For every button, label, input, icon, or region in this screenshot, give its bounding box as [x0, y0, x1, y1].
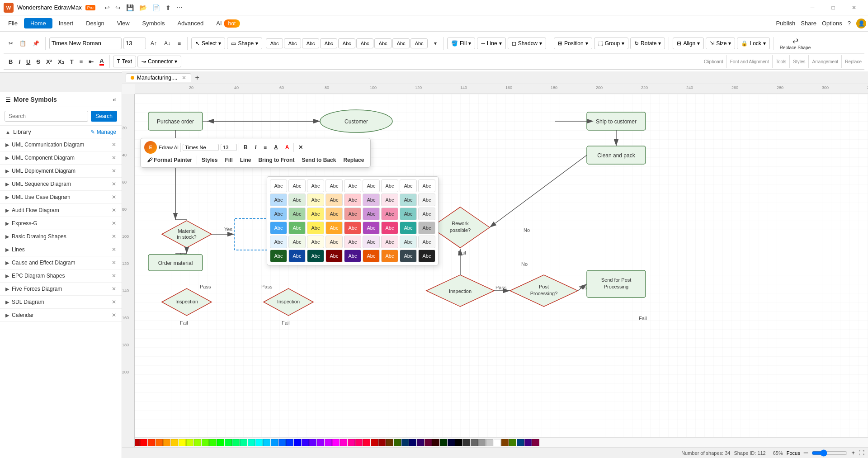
- font-grow-button[interactable]: A↑: [148, 39, 160, 48]
- sp-2-6[interactable]: Abc: [363, 194, 380, 206]
- zoom-slider[interactable]: [811, 449, 848, 457]
- style-swatch-9[interactable]: Abc: [410, 38, 428, 48]
- replace-shape-button[interactable]: ⇄ Replace Shape: [778, 35, 813, 51]
- menu-design[interactable]: Design: [80, 18, 110, 28]
- sidebar-collapse-button[interactable]: «: [113, 96, 116, 103]
- text-type-button[interactable]: T: [68, 57, 76, 66]
- share-upload-button[interactable]: ⬆: [164, 3, 173, 12]
- style-swatch-4[interactable]: Abc: [320, 38, 337, 48]
- sidebar-item-9[interactable]: ▶ Cause and Effect Diagram ✕: [0, 256, 122, 269]
- sp-5-1[interactable]: Abc: [270, 236, 287, 248]
- italic-button[interactable]: I: [16, 57, 23, 66]
- sp-6-8[interactable]: Abc: [400, 250, 417, 262]
- underline-button[interactable]: U: [24, 57, 33, 66]
- color-swatch-38[interactable]: [425, 439, 432, 446]
- color-swatch-42[interactable]: [455, 439, 462, 446]
- sp-3-5[interactable]: Abc: [344, 208, 361, 220]
- sidebar-x-3[interactable]: ✕: [112, 181, 116, 187]
- superscript-button[interactable]: X²: [44, 57, 54, 66]
- font-shrink-button[interactable]: A↓: [161, 39, 173, 48]
- color-swatch-33[interactable]: [386, 439, 393, 446]
- color-swatch-24[interactable]: [317, 439, 324, 446]
- sp-3-6[interactable]: Abc: [363, 208, 380, 220]
- sp-4-2[interactable]: Abc: [288, 222, 306, 234]
- text-align-button[interactable]: ≡: [175, 39, 184, 48]
- sp-6-4[interactable]: Abc: [326, 250, 343, 262]
- sidebar-item-2[interactable]: ▶ UML Deployment Diagram ✕: [0, 165, 122, 178]
- color-swatch-23[interactable]: [309, 439, 316, 446]
- ft-format-painter-button[interactable]: 🖌 Format Painter: [144, 156, 195, 165]
- sidebar-item-6[interactable]: ▶ Express-G ✕: [0, 217, 122, 230]
- color-swatch-3[interactable]: [156, 439, 163, 446]
- zoom-out-button[interactable]: ─: [804, 449, 808, 456]
- sp-1-2[interactable]: Abc: [288, 179, 306, 192]
- copy-button[interactable]: 📋: [17, 39, 28, 48]
- color-swatch-18[interactable]: [271, 439, 278, 446]
- shadow-button[interactable]: ◻Shadow▾: [508, 38, 546, 49]
- color-swatch-5[interactable]: [171, 439, 178, 446]
- color-swatch-51[interactable]: [524, 439, 532, 446]
- color-swatch-43[interactable]: [463, 439, 470, 446]
- color-swatch-7[interactable]: [186, 439, 193, 446]
- outdent-button[interactable]: ⇤: [86, 57, 96, 66]
- color-swatch-34[interactable]: [394, 439, 401, 446]
- sidebar-x-13[interactable]: ✕: [112, 312, 116, 318]
- color-swatch-49[interactable]: [509, 439, 516, 446]
- options-button[interactable]: Options: [822, 20, 842, 27]
- ft-color-button[interactable]: A: [283, 143, 292, 152]
- sidebar-item-8[interactable]: ▶ Lines ✕: [0, 243, 122, 256]
- color-swatch-13[interactable]: [232, 439, 240, 446]
- color-swatch-50[interactable]: [517, 439, 524, 446]
- ft-line-button[interactable]: Line: [237, 156, 254, 165]
- size-button[interactable]: ⇲Size▾: [706, 38, 735, 49]
- line-button[interactable]: ─Line▾: [477, 38, 505, 49]
- menu-home[interactable]: Home: [24, 18, 52, 28]
- sidebar-x-8[interactable]: ✕: [112, 246, 116, 253]
- color-swatch-28[interactable]: [348, 439, 355, 446]
- paste-button[interactable]: 📌: [30, 39, 42, 48]
- style-swatch-8[interactable]: Abc: [392, 38, 410, 48]
- sp-2-8[interactable]: Abc: [400, 194, 417, 206]
- sidebar-x-0[interactable]: ✕: [112, 142, 116, 148]
- color-swatch-30[interactable]: [363, 439, 370, 446]
- sp-5-6[interactable]: Abc: [363, 236, 380, 248]
- ft-fill-button[interactable]: Fill: [222, 156, 235, 165]
- sidebar-x-12[interactable]: ✕: [112, 299, 116, 305]
- color-swatch-9[interactable]: [202, 439, 209, 446]
- color-swatch-39[interactable]: [432, 439, 439, 446]
- style-swatch-3[interactable]: Abc: [302, 38, 319, 48]
- help-button[interactable]: ?: [848, 20, 851, 27]
- color-swatch-29[interactable]: [355, 439, 363, 446]
- share-button[interactable]: Share: [801, 20, 816, 27]
- sidebar-item-10[interactable]: ▶ EPC Diagram Shapes ✕: [0, 269, 122, 283]
- strikethrough-button[interactable]: S: [34, 57, 42, 66]
- manage-link[interactable]: ✎ Manage: [90, 129, 116, 135]
- ft-send-back-button[interactable]: Send to Back: [299, 156, 339, 165]
- ft-bring-front-button[interactable]: Bring to Front: [255, 156, 297, 165]
- sp-5-5[interactable]: Abc: [344, 236, 361, 248]
- maximize-button[interactable]: □: [823, 0, 844, 15]
- sp-3-8[interactable]: Abc: [400, 208, 417, 220]
- tab-manufacturing[interactable]: Manufacturing.... ✕: [126, 73, 191, 82]
- color-swatch-21[interactable]: [294, 439, 301, 446]
- sp-3-7[interactable]: Abc: [381, 208, 398, 220]
- sidebar-x-4[interactable]: ✕: [112, 194, 116, 200]
- sidebar-item-4[interactable]: ▶ UML Use Case Diagram ✕: [0, 191, 122, 204]
- sp-2-1[interactable]: Abc: [270, 194, 287, 206]
- sp-6-1[interactable]: Abc: [270, 250, 287, 262]
- publish-button[interactable]: Publish: [776, 20, 796, 27]
- styles-expand-button[interactable]: ▾: [431, 39, 439, 48]
- group-button[interactable]: ⬚Group▾: [594, 38, 628, 49]
- search-input[interactable]: [5, 111, 88, 122]
- sp-1-9[interactable]: Abc: [418, 179, 435, 192]
- style-swatch-5[interactable]: Abc: [338, 38, 355, 48]
- sp-4-1[interactable]: Abc: [270, 222, 287, 234]
- sp-3-9[interactable]: Abc: [418, 208, 435, 220]
- ft-close-button[interactable]: ✕: [296, 143, 306, 152]
- sidebar-item-1[interactable]: ▶ UML Component Diagram ✕: [0, 151, 122, 165]
- tab-close-icon[interactable]: ✕: [182, 75, 186, 81]
- sp-1-5[interactable]: Abc: [344, 179, 361, 192]
- menu-advanced[interactable]: Advanced: [171, 18, 210, 28]
- color-swatch-14[interactable]: [240, 439, 247, 446]
- color-swatch-31[interactable]: [371, 439, 378, 446]
